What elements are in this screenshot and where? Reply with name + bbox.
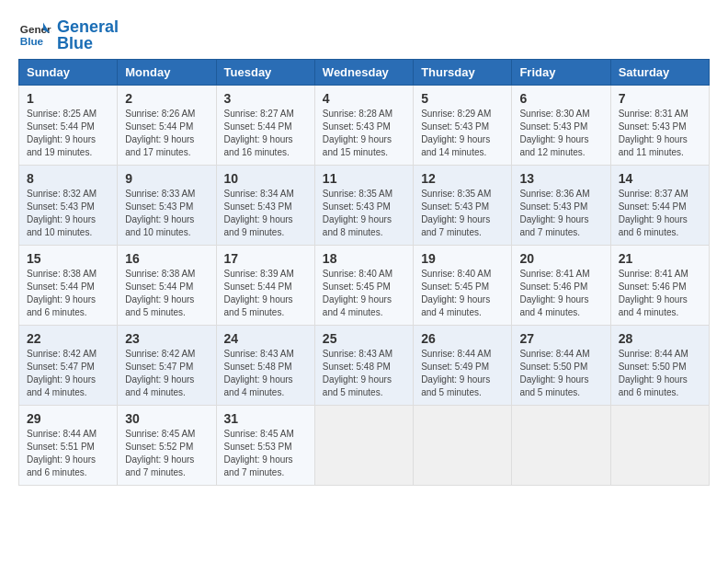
calendar-cell: 6 Sunrise: 8:30 AM Sunset: 5:43 PM Dayli… [512,86,610,166]
day-number: 16 [125,251,208,266]
header-tuesday: Tuesday [216,60,314,86]
week-row-2: 8 Sunrise: 8:32 AM Sunset: 5:43 PM Dayli… [19,166,710,246]
cell-content: Sunrise: 8:45 AM Sunset: 5:52 PM Dayligh… [125,428,208,479]
day-number: 7 [619,91,701,106]
calendar-cell [414,406,512,486]
calendar-cell: 4 Sunrise: 8:28 AM Sunset: 5:43 PM Dayli… [314,86,413,166]
calendar-cell: 18 Sunrise: 8:40 AM Sunset: 5:45 PM Dayl… [314,246,413,326]
header-monday: Monday [118,60,216,86]
cell-content: Sunrise: 8:43 AM Sunset: 5:48 PM Dayligh… [323,348,405,399]
calendar-cell: 11 Sunrise: 8:35 AM Sunset: 5:43 PM Dayl… [314,166,413,246]
calendar-cell: 15 Sunrise: 8:38 AM Sunset: 5:44 PM Dayl… [19,246,118,326]
calendar-cell: 1 Sunrise: 8:25 AM Sunset: 5:44 PM Dayli… [19,86,118,166]
week-row-4: 22 Sunrise: 8:42 AM Sunset: 5:47 PM Dayl… [19,326,710,406]
day-number: 27 [519,331,602,346]
cell-content: Sunrise: 8:38 AM Sunset: 5:44 PM Dayligh… [125,268,208,319]
day-number: 5 [421,91,504,106]
day-number: 14 [619,171,701,186]
week-row-3: 15 Sunrise: 8:38 AM Sunset: 5:44 PM Dayl… [19,246,710,326]
header-row: SundayMondayTuesdayWednesdayThursdayFrid… [19,60,710,86]
calendar-cell [314,406,413,486]
calendar-cell: 10 Sunrise: 8:34 AM Sunset: 5:43 PM Dayl… [216,166,314,246]
calendar-cell: 21 Sunrise: 8:41 AM Sunset: 5:46 PM Dayl… [610,246,709,326]
day-number: 13 [519,171,602,186]
day-number: 2 [125,91,208,106]
cell-content: Sunrise: 8:41 AM Sunset: 5:46 PM Dayligh… [619,268,701,319]
calendar-cell: 30 Sunrise: 8:45 AM Sunset: 5:52 PM Dayl… [118,406,216,486]
calendar-cell: 8 Sunrise: 8:32 AM Sunset: 5:43 PM Dayli… [19,166,118,246]
day-number: 28 [619,331,701,346]
calendar-cell: 24 Sunrise: 8:43 AM Sunset: 5:48 PM Dayl… [216,326,314,406]
day-number: 3 [224,91,307,106]
day-number: 24 [224,331,307,346]
logo-wordmark: GeneralBlue [57,18,119,52]
calendar-cell: 25 Sunrise: 8:43 AM Sunset: 5:48 PM Dayl… [314,326,413,406]
day-number: 10 [224,171,307,186]
day-number: 18 [323,251,405,266]
logo-icon: General Blue [18,18,51,52]
day-number: 30 [125,411,208,426]
cell-content: Sunrise: 8:34 AM Sunset: 5:43 PM Dayligh… [224,188,307,239]
calendar-cell: 2 Sunrise: 8:26 AM Sunset: 5:44 PM Dayli… [118,86,216,166]
calendar-cell: 29 Sunrise: 8:44 AM Sunset: 5:51 PM Dayl… [19,406,118,486]
day-number: 15 [27,251,109,266]
cell-content: Sunrise: 8:44 AM Sunset: 5:51 PM Dayligh… [27,428,109,479]
day-number: 9 [125,171,208,186]
cell-content: Sunrise: 8:28 AM Sunset: 5:43 PM Dayligh… [323,108,405,159]
cell-content: Sunrise: 8:45 AM Sunset: 5:53 PM Dayligh… [224,428,307,479]
calendar-cell: 9 Sunrise: 8:33 AM Sunset: 5:43 PM Dayli… [118,166,216,246]
day-number: 21 [619,251,701,266]
day-number: 8 [27,171,109,186]
cell-content: Sunrise: 8:33 AM Sunset: 5:43 PM Dayligh… [125,188,208,239]
day-number: 23 [125,331,208,346]
cell-content: Sunrise: 8:42 AM Sunset: 5:47 PM Dayligh… [125,348,208,399]
cell-content: Sunrise: 8:25 AM Sunset: 5:44 PM Dayligh… [27,108,109,159]
logo: General Blue GeneralBlue [18,18,119,52]
cell-content: Sunrise: 8:30 AM Sunset: 5:43 PM Dayligh… [519,108,602,159]
calendar-cell: 22 Sunrise: 8:42 AM Sunset: 5:47 PM Dayl… [19,326,118,406]
day-number: 22 [27,331,109,346]
cell-content: Sunrise: 8:40 AM Sunset: 5:45 PM Dayligh… [323,268,405,319]
cell-content: Sunrise: 8:41 AM Sunset: 5:46 PM Dayligh… [519,268,602,319]
header-saturday: Saturday [610,60,709,86]
cell-content: Sunrise: 8:31 AM Sunset: 5:43 PM Dayligh… [619,108,701,159]
header-thursday: Thursday [414,60,512,86]
day-number: 20 [519,251,602,266]
cell-content: Sunrise: 8:27 AM Sunset: 5:44 PM Dayligh… [224,108,307,159]
calendar-cell: 16 Sunrise: 8:38 AM Sunset: 5:44 PM Dayl… [118,246,216,326]
cell-content: Sunrise: 8:26 AM Sunset: 5:44 PM Dayligh… [125,108,208,159]
header-sunday: Sunday [19,60,118,86]
cell-content: Sunrise: 8:42 AM Sunset: 5:47 PM Dayligh… [27,348,109,399]
day-number: 26 [421,331,504,346]
calendar-cell: 14 Sunrise: 8:37 AM Sunset: 5:44 PM Dayl… [610,166,709,246]
svg-text:Blue: Blue [20,35,44,47]
cell-content: Sunrise: 8:35 AM Sunset: 5:43 PM Dayligh… [421,188,504,239]
day-number: 6 [519,91,602,106]
header-wednesday: Wednesday [314,60,413,86]
cell-content: Sunrise: 8:35 AM Sunset: 5:43 PM Dayligh… [323,188,405,239]
calendar-cell: 26 Sunrise: 8:44 AM Sunset: 5:49 PM Dayl… [414,326,512,406]
calendar-cell: 27 Sunrise: 8:44 AM Sunset: 5:50 PM Dayl… [512,326,610,406]
calendar-cell: 28 Sunrise: 8:44 AM Sunset: 5:50 PM Dayl… [610,326,709,406]
calendar-cell [610,406,709,486]
calendar-cell: 17 Sunrise: 8:39 AM Sunset: 5:44 PM Dayl… [216,246,314,326]
calendar-cell: 13 Sunrise: 8:36 AM Sunset: 5:43 PM Dayl… [512,166,610,246]
calendar-cell: 19 Sunrise: 8:40 AM Sunset: 5:45 PM Dayl… [414,246,512,326]
calendar-cell: 7 Sunrise: 8:31 AM Sunset: 5:43 PM Dayli… [610,86,709,166]
day-number: 11 [323,171,405,186]
day-number: 4 [323,91,405,106]
day-number: 29 [27,411,109,426]
cell-content: Sunrise: 8:37 AM Sunset: 5:44 PM Dayligh… [619,188,701,239]
day-number: 25 [323,331,405,346]
week-row-1: 1 Sunrise: 8:25 AM Sunset: 5:44 PM Dayli… [19,86,710,166]
day-number: 12 [421,171,504,186]
calendar-cell: 3 Sunrise: 8:27 AM Sunset: 5:44 PM Dayli… [216,86,314,166]
cell-content: Sunrise: 8:40 AM Sunset: 5:45 PM Dayligh… [421,268,504,319]
cell-content: Sunrise: 8:38 AM Sunset: 5:44 PM Dayligh… [27,268,109,319]
calendar-cell: 31 Sunrise: 8:45 AM Sunset: 5:53 PM Dayl… [216,406,314,486]
cell-content: Sunrise: 8:44 AM Sunset: 5:50 PM Dayligh… [619,348,701,399]
day-number: 19 [421,251,504,266]
day-number: 1 [27,91,109,106]
calendar-cell: 5 Sunrise: 8:29 AM Sunset: 5:43 PM Dayli… [414,86,512,166]
calendar-table: SundayMondayTuesdayWednesdayThursdayFrid… [18,59,710,486]
